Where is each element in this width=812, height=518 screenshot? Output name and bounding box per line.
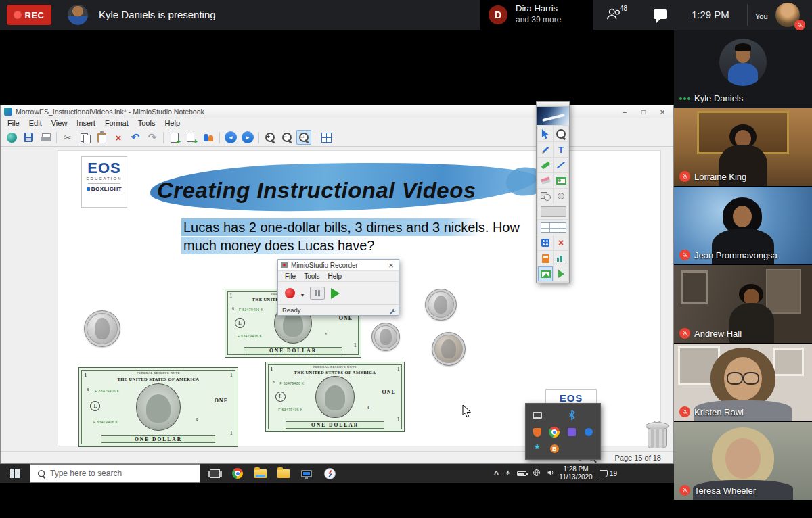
chevron-up-icon[interactable]	[494, 467, 499, 479]
recorder-menu-help[interactable]: Help	[323, 271, 346, 281]
pause-button[interactable]	[310, 287, 325, 300]
question-line-1[interactable]: Lucas has 2 one-dollar bills, 3 dimes an…	[181, 220, 522, 235]
undo-icon[interactable]	[128, 130, 143, 145]
bluetooth-tray-icon[interactable]	[563, 406, 581, 423]
shapes-tool-icon[interactable]	[538, 189, 553, 204]
line-tool-icon[interactable]	[554, 158, 568, 172]
snowflake-tray-icon[interactable]	[528, 441, 546, 456]
menu-edit[interactable]: Edit	[24, 118, 47, 128]
recorder-menu-file[interactable]: File	[281, 271, 300, 281]
text-tool-icon[interactable]	[554, 142, 568, 157]
battery-icon[interactable]	[517, 471, 526, 476]
gallery-tool-icon[interactable]	[538, 266, 553, 281]
paste-icon[interactable]	[94, 130, 109, 145]
minimize-button[interactable]	[615, 105, 634, 118]
duplicate-page-icon[interactable]	[184, 130, 199, 145]
wrench-icon[interactable]	[389, 306, 397, 319]
navigate-forward-icon[interactable]	[240, 130, 255, 145]
task-view-button[interactable]	[204, 464, 225, 483]
cube-tray-icon[interactable]	[563, 423, 581, 441]
mimio-home-icon[interactable]	[4, 130, 19, 145]
coin[interactable]	[371, 323, 400, 351]
trash-can[interactable]	[646, 421, 669, 449]
stamp-tool-icon[interactable]	[554, 189, 568, 204]
recorder-titlebar[interactable]: MimioStudio Recorder	[278, 260, 399, 271]
eraser-tool-icon[interactable]	[538, 173, 553, 188]
redo-icon[interactable]	[145, 130, 160, 145]
pen-tool-icon[interactable]	[538, 142, 553, 157]
coin[interactable]	[432, 332, 466, 366]
participant-tile-teresa[interactable]: Teresa Wheeler	[674, 422, 812, 500]
participant-tile-kyle[interactable]: Kyle Daniels	[674, 30, 812, 108]
mimiostudio-recorder-dialog[interactable]: MimioStudio Recorder File Tools Help	[277, 259, 399, 316]
chat-icon[interactable]	[654, 9, 667, 19]
coin[interactable]	[84, 310, 120, 347]
chrome-taskbar-button[interactable]	[227, 464, 248, 483]
delete-tool-icon[interactable]	[554, 235, 568, 250]
palette-brush-image[interactable]	[537, 107, 569, 125]
file-explorer-taskbar-button[interactable]	[250, 464, 271, 483]
gallery-icon[interactable]	[201, 130, 216, 145]
participant-tile-jean[interactable]: Jean Prommavongsa	[674, 187, 812, 264]
taskbar-search[interactable]	[30, 464, 200, 483]
multi-page-view-icon[interactable]	[319, 130, 334, 145]
zoom-in-icon[interactable]	[263, 130, 277, 145]
image-tool-icon[interactable]	[554, 173, 568, 188]
recorder-close-icon[interactable]	[386, 260, 397, 271]
record-button[interactable]	[285, 288, 295, 298]
close-button[interactable]	[653, 105, 672, 118]
compass-app-taskbar-button[interactable]	[319, 464, 340, 483]
calculator-tool-icon[interactable]	[538, 251, 553, 266]
rectangle-tool-icon[interactable]	[538, 204, 568, 219]
play-button[interactable]	[331, 288, 340, 299]
participants-button[interactable]: 48	[606, 7, 629, 23]
mic-tray-icon[interactable]	[505, 467, 511, 479]
record-dropdown-icon[interactable]	[301, 287, 304, 300]
dice-tool-icon[interactable]	[538, 235, 553, 250]
print-icon[interactable]	[38, 130, 53, 145]
insert-page-icon[interactable]	[167, 130, 182, 145]
slide-canvas[interactable]: EOS EDUCATION BOXLIGHT Creating Instruct…	[58, 150, 661, 446]
participant-tile-lorraine[interactable]: Lorraine King	[674, 108, 812, 186]
palette-handle[interactable]	[537, 102, 569, 107]
recording-button[interactable]: REC	[7, 5, 51, 25]
menu-format[interactable]: Format	[100, 118, 133, 128]
chart-tool-icon[interactable]	[554, 251, 568, 266]
zoom-tool-icon[interactable]	[554, 126, 568, 141]
display-app-taskbar-button[interactable]	[296, 464, 317, 483]
one-dollar-bill[interactable]: FEDERAL RESERVE NOTE THE UNITED STATES O…	[78, 367, 238, 447]
folder-taskbar-button[interactable]	[273, 464, 294, 483]
menu-view[interactable]: View	[47, 118, 72, 128]
navigate-back-icon[interactable]	[223, 130, 238, 145]
network-icon[interactable]	[533, 467, 541, 479]
participant-tile-kristen[interactable]: Kristen Rawl	[674, 344, 812, 421]
menu-tools[interactable]: Tools	[133, 118, 160, 128]
mimio-tool-palette[interactable]	[536, 101, 570, 283]
recorder-menu-tools[interactable]: Tools	[300, 271, 323, 281]
delete-icon[interactable]	[111, 130, 126, 145]
grid-tool-icon[interactable]	[538, 220, 568, 235]
maximize-button[interactable]	[634, 105, 653, 118]
highlighter-tool-icon[interactable]	[538, 158, 553, 172]
window-titlebar[interactable]: MorrowES_InstructionalVideos.ink* - Mimi…	[1, 105, 673, 118]
chrome-tray-icon[interactable]	[546, 423, 564, 441]
zoom-out-icon[interactable]	[279, 130, 294, 145]
menu-file[interactable]: File	[3, 118, 24, 128]
notification-area[interactable]: 19	[600, 464, 617, 483]
taskbar-clock[interactable]: 1:28 PM 11/13/2020	[556, 464, 595, 483]
search-input[interactable]	[50, 469, 185, 478]
zoom-region-icon[interactable]	[296, 130, 311, 145]
pinned-participants[interactable]: D Dira Harris and 39 more	[480, 0, 593, 30]
blue-dot-tray-icon[interactable]	[581, 423, 598, 441]
save-icon[interactable]	[21, 130, 36, 145]
copy-icon[interactable]	[77, 130, 92, 145]
cut-icon[interactable]	[60, 130, 75, 145]
import-tool-icon[interactable]	[554, 266, 568, 281]
participant-tile-andrew[interactable]: Andrew Hall	[674, 265, 812, 343]
start-button[interactable]	[0, 464, 30, 483]
menu-insert[interactable]: Insert	[72, 118, 100, 128]
monitor-tray-icon[interactable]	[528, 406, 546, 423]
coin[interactable]	[425, 289, 457, 321]
slide-title[interactable]: Creating Instructional Videos	[157, 178, 671, 204]
one-dollar-bill[interactable]: FEDERAL RESERVE NOTE THE UNITED STATES O…	[265, 362, 405, 432]
